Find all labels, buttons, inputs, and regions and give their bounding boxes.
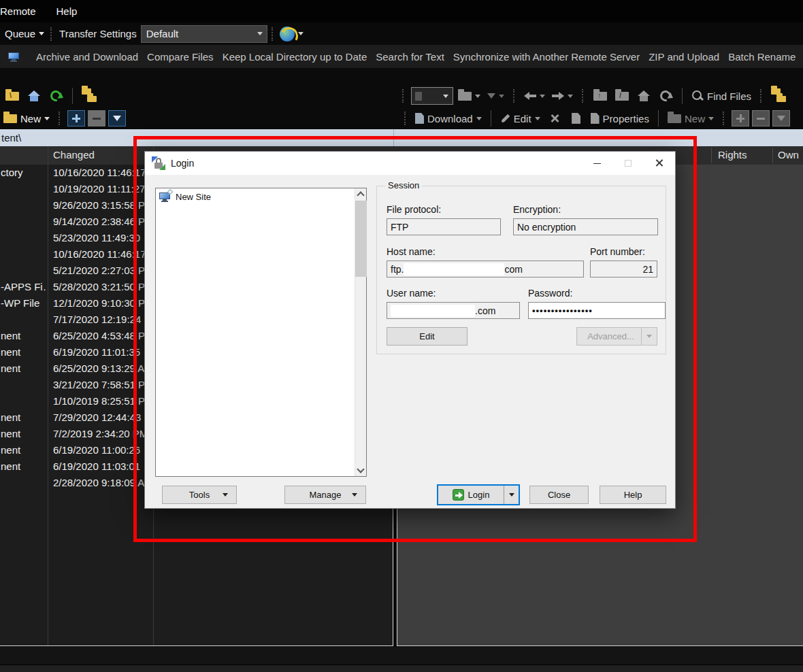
toolbar-grip[interactable]	[402, 89, 404, 103]
menu-item-remote[interactable]: Remote	[0, 5, 36, 17]
delete-button[interactable]	[545, 109, 564, 128]
transfer-settings-combobox[interactable]: Default	[141, 25, 267, 43]
edit-pencil-icon	[500, 114, 510, 123]
drive-icon	[415, 92, 422, 101]
toolbar-grip[interactable]	[582, 89, 584, 103]
column-header-owner[interactable]: Own	[778, 149, 799, 161]
minus-icon	[757, 118, 765, 120]
filter-button[interactable]	[108, 110, 126, 127]
home-directory-button-remote[interactable]	[634, 86, 653, 105]
directory-tree-button-remote[interactable]	[769, 86, 789, 105]
toolbar-grip[interactable]	[59, 112, 61, 125]
new-folder-icon	[3, 114, 17, 123]
command-bar-item[interactable]: ZIP and Upload	[649, 51, 719, 63]
separator	[658, 110, 659, 127]
select-files-button-remote[interactable]	[732, 110, 749, 127]
column-header-rights[interactable]: Rights	[718, 149, 747, 161]
chevron-down-icon	[476, 117, 482, 120]
select-files-button[interactable]	[67, 110, 85, 127]
menu-bar: Remote Help	[0, 0, 803, 22]
chevron-down-icon	[439, 95, 453, 98]
command-bar-item[interactable]: Synchronize with Another Remote Server	[453, 51, 640, 63]
refresh-icon	[48, 88, 63, 103]
parent-directory-button[interactable]: ↑	[591, 86, 610, 105]
command-bar-item[interactable]: Keep Local Directory up to Date	[223, 51, 367, 63]
toolbar-grip[interactable]	[723, 112, 725, 125]
session-button[interactable]	[4, 47, 23, 66]
separator	[491, 110, 491, 127]
refresh-button[interactable]	[46, 86, 65, 105]
properties-icon	[591, 113, 600, 124]
separator	[682, 88, 683, 104]
command-bar-item[interactable]: Compare Files	[147, 51, 214, 63]
back-arrow-icon	[524, 92, 536, 100]
queue-button[interactable]: Queue	[3, 24, 46, 44]
file-name-cell: ctory	[1, 167, 46, 178]
new-button-remote[interactable]: New	[666, 109, 716, 128]
command-bar-item[interactable]: Batch Rename	[728, 51, 796, 63]
unselect-files-button-remote[interactable]	[752, 110, 770, 127]
chevron-down-icon	[499, 95, 504, 98]
chevron-down-icon	[298, 32, 304, 35]
new-button-local[interactable]: New	[1, 109, 52, 128]
file-name-cell: -WP File	[1, 297, 46, 309]
winscp-window: Remote Help Queue Transfer Settings Defa…	[0, 0, 803, 672]
command-bar-item[interactable]: Archive and Download	[36, 51, 138, 63]
separator	[72, 88, 73, 104]
home-directory-button[interactable]	[24, 86, 44, 105]
folder-tree-icon	[82, 88, 98, 103]
local-toolbar-row1: \	[3, 86, 100, 106]
drive-combobox[interactable]	[411, 87, 453, 105]
file-name-cell: nent	[1, 460, 46, 472]
file-changed-cell: 7/17/2020 12:19:24	[53, 314, 141, 325]
file-name-cell: nent	[1, 444, 46, 456]
back-button[interactable]	[522, 86, 547, 105]
open-directory-button[interactable]: \	[3, 86, 22, 105]
folder-backslash-icon: \	[5, 92, 19, 101]
file-name-cell: nent	[1, 428, 46, 439]
remote-toolbar-row1: ↑ / Find Files	[398, 86, 789, 106]
home-icon	[28, 90, 40, 101]
root-folder-icon: /	[615, 92, 629, 101]
column-divider-line[interactable]	[48, 146, 48, 645]
root-directory-button[interactable]: /	[612, 86, 632, 105]
refresh-button-remote[interactable]	[656, 86, 675, 105]
chevron-down-icon	[39, 32, 44, 35]
folder-icon	[458, 92, 472, 101]
chevron-down-icon	[535, 117, 540, 120]
toolbar-grip[interactable]	[760, 89, 762, 103]
properties-button[interactable]: Properties	[589, 109, 651, 128]
file-name-cell: nent	[1, 346, 46, 358]
rename-button[interactable]	[567, 109, 586, 128]
directory-tree-button[interactable]	[80, 86, 100, 105]
find-files-button[interactable]: Find Files	[689, 86, 753, 105]
toolbar-grip[interactable]	[50, 27, 52, 41]
menu-item-help[interactable]: Help	[56, 5, 78, 17]
panel-footer-strip	[0, 647, 803, 665]
filter-button-remote2[interactable]	[772, 110, 790, 127]
file-name-cell: -APPS Fi…	[1, 281, 46, 292]
file-changed-cell: 6/19/2020 11:00:26	[53, 444, 140, 456]
plus-icon	[736, 114, 744, 122]
filter-button-remote[interactable]	[485, 86, 506, 105]
top-toolbar: Queue Transfer Settings Default	[0, 22, 803, 45]
download-button[interactable]: Download	[413, 109, 484, 128]
search-icon	[691, 90, 704, 102]
sync-globe-icon	[280, 27, 295, 41]
filter-icon	[113, 116, 121, 121]
toolbar-grip[interactable]	[404, 112, 406, 125]
forward-button[interactable]	[550, 86, 575, 105]
synchronize-button[interactable]	[278, 24, 306, 44]
folder-tree-icon	[771, 88, 787, 103]
open-directory-button-remote[interactable]	[456, 86, 482, 105]
file-changed-cell: 10/16/2020 11:46:17	[53, 167, 146, 178]
chevron-down-icon	[540, 95, 545, 98]
column-header-changed[interactable]: Changed	[53, 149, 95, 161]
edit-button-toolbar[interactable]: Edit	[498, 109, 542, 128]
command-bar-item[interactable]: Search for Text	[376, 51, 444, 63]
unselect-files-button[interactable]	[88, 110, 105, 127]
filter-icon	[777, 116, 785, 121]
toolbar-grip[interactable]	[513, 89, 515, 103]
local-toolbar-row2: New	[1, 108, 126, 129]
toolbar-grip[interactable]	[272, 27, 274, 41]
